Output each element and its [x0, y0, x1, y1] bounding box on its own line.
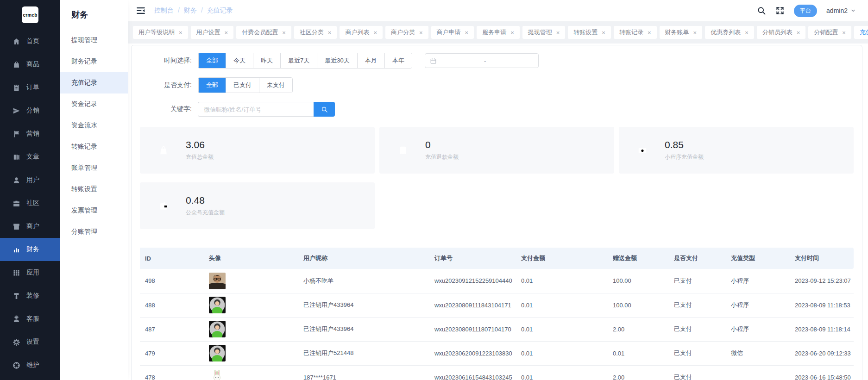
sidebar-item[interactable]: 用户: [0, 168, 60, 192]
time-filter-option[interactable]: 最近30天: [317, 53, 357, 68]
stat-label: 充值退款金额: [425, 153, 459, 161]
tab[interactable]: 付费会员配置 ×: [236, 26, 291, 39]
table-column-header[interactable]: ID: [140, 248, 204, 269]
tab[interactable]: 转账设置 ×: [568, 26, 611, 39]
pay-filter-option[interactable]: 未支付: [259, 78, 292, 93]
avatar[interactable]: [209, 321, 226, 337]
cell-pay-amount: 0.01: [516, 365, 608, 380]
time-filter-option[interactable]: 最近7天: [280, 53, 317, 68]
pay-filter-option[interactable]: 已支付: [226, 78, 259, 93]
submenu-item[interactable]: 转账设置: [60, 179, 128, 200]
fullscreen-icon[interactable]: [775, 6, 785, 15]
tab[interactable]: 用户等级说明 ×: [133, 26, 188, 39]
tab-close-icon[interactable]: ×: [556, 30, 560, 36]
submenu-item[interactable]: 转账记录: [60, 136, 128, 157]
time-filter-option[interactable]: 本月: [357, 53, 384, 68]
man-photo-avatar: [209, 273, 226, 289]
sidebar-item[interactable]: 商品: [0, 53, 60, 76]
submenu-item[interactable]: 资金记录: [60, 93, 128, 115]
sidebar-item[interactable]: 财务: [0, 238, 60, 261]
tab-close-icon[interactable]: ×: [282, 30, 286, 36]
avatar[interactable]: [209, 297, 226, 313]
search-icon[interactable]: [757, 6, 766, 15]
tab-close-icon[interactable]: ×: [602, 30, 605, 36]
pay-filter-option[interactable]: 全部: [198, 78, 226, 93]
tab[interactable]: 商户列表 ×: [340, 26, 383, 39]
tab[interactable]: 优惠券列表 ×: [705, 26, 754, 39]
table-column-header[interactable]: 赠送金额: [608, 248, 669, 269]
sidebar-item[interactable]: 设置: [0, 330, 60, 354]
sidebar-item[interactable]: 分销: [0, 99, 60, 122]
tab[interactable]: 财务账单 ×: [660, 26, 703, 39]
time-filter-option[interactable]: 本年: [384, 53, 412, 68]
table-column-header[interactable]: 充值类型: [726, 248, 790, 269]
tab[interactable]: 充值记录 ×: [854, 26, 868, 39]
sidebar-item[interactable]: 社区: [0, 192, 60, 215]
avatar[interactable]: [209, 345, 226, 361]
tab-close-icon[interactable]: ×: [328, 30, 332, 36]
time-filter-option[interactable]: 全部: [198, 53, 226, 68]
tab-close-icon[interactable]: ×: [465, 30, 469, 36]
tab[interactable]: 分销配置 ×: [808, 26, 851, 39]
tab-close-icon[interactable]: ×: [373, 30, 377, 36]
time-filter-option[interactable]: 今天: [226, 53, 253, 68]
table-column-header[interactable]: 头像: [204, 248, 298, 269]
tab[interactable]: 提现管理 ×: [522, 26, 566, 39]
submenu-item[interactable]: 分账管理: [60, 221, 128, 243]
table-column-header[interactable]: 订单号: [429, 248, 516, 269]
tab[interactable]: 分销员列表 ×: [757, 26, 806, 39]
sidebar-item[interactable]: 客服: [0, 307, 60, 330]
avatar[interactable]: [209, 273, 226, 289]
sidebar-item[interactable]: 文章: [0, 145, 60, 168]
sidebar-item[interactable]: 商户: [0, 215, 60, 238]
sidebar-item[interactable]: 订单: [0, 76, 60, 99]
tab-close-icon[interactable]: ×: [797, 30, 800, 36]
tab[interactable]: 用户设置 ×: [191, 26, 234, 39]
menu-fold-icon[interactable]: [136, 6, 146, 16]
table-column-header[interactable]: 用户昵称: [298, 248, 429, 269]
tab[interactable]: 社区分类 ×: [294, 26, 337, 39]
table-row: 488 已注销用户433964: [140, 293, 854, 317]
tab-close-icon[interactable]: ×: [179, 30, 182, 36]
keyword-search-button[interactable]: [314, 102, 335, 117]
tab-close-icon[interactable]: ×: [648, 30, 651, 36]
tab[interactable]: 转账记录 ×: [614, 26, 657, 39]
tab[interactable]: 商户申请 ×: [431, 26, 474, 39]
tab-close-icon[interactable]: ×: [510, 30, 514, 36]
tab-close-icon[interactable]: ×: [842, 30, 846, 36]
submenu-item[interactable]: 提现管理: [60, 30, 128, 51]
sidebar-item-label: 营销: [26, 130, 39, 138]
submenu-item[interactable]: 发票管理: [60, 200, 128, 221]
sidebar-item[interactable]: 首页: [0, 30, 60, 53]
breadcrumb-item[interactable]: 充值记录: [197, 6, 233, 15]
sidebar-item[interactable]: 维护: [0, 354, 60, 377]
tab-close-icon[interactable]: ×: [745, 30, 748, 36]
submenu-item[interactable]: 财务记录: [60, 51, 128, 72]
tab[interactable]: 服务申请 ×: [477, 26, 520, 39]
logo[interactable]: crmeb: [0, 0, 60, 30]
table-column-header[interactable]: 是否支付: [669, 248, 726, 269]
cell-pay-status: 已支付: [669, 269, 726, 293]
submenu-item[interactable]: 充值记录: [60, 72, 128, 93]
tab-close-icon[interactable]: ×: [225, 30, 228, 36]
user-menu[interactable]: admin2: [826, 7, 856, 14]
sidebar-item[interactable]: 营销: [0, 122, 60, 145]
table-column-header[interactable]: 支付时间: [790, 248, 854, 269]
breadcrumb-item[interactable]: 控制台: [154, 6, 174, 15]
submenu-item-label: 发票管理: [71, 206, 97, 215]
date-range-picker[interactable]: -: [425, 53, 539, 68]
submenu-item[interactable]: 资金流水: [60, 115, 128, 136]
tab-close-icon[interactable]: ×: [693, 30, 697, 36]
keyword-input[interactable]: [198, 102, 314, 117]
time-filter-option[interactable]: 昨天: [253, 53, 280, 68]
sidebar-item[interactable]: 装修: [0, 284, 60, 307]
breadcrumb-item[interactable]: 财务: [174, 6, 197, 15]
tab-close-icon[interactable]: ×: [419, 30, 423, 36]
submenu-item[interactable]: 账单管理: [60, 157, 128, 179]
platform-badge[interactable]: 平台: [794, 5, 817, 17]
table-column-header[interactable]: 支付金额: [516, 248, 608, 269]
tab[interactable]: 商户分类 ×: [385, 26, 428, 39]
avatar[interactable]: [209, 369, 226, 380]
breadcrumb: 控制台财务充值记录: [154, 6, 233, 15]
sidebar-item[interactable]: 应用: [0, 261, 60, 284]
